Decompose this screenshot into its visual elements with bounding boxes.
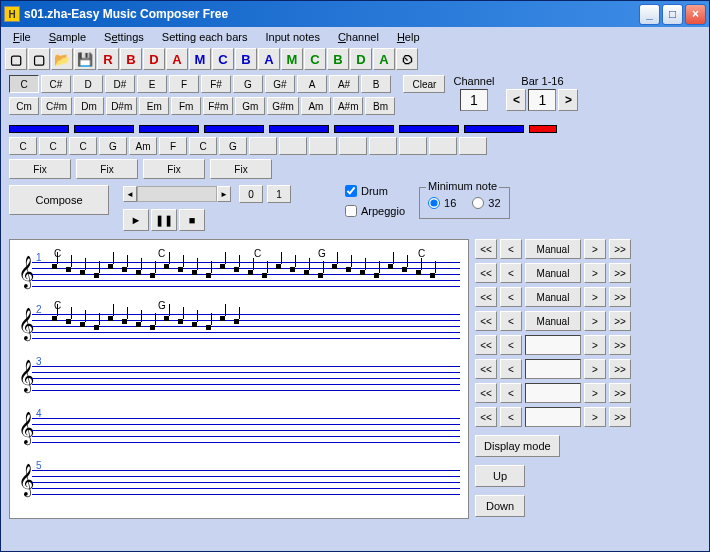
scroll-track[interactable] [137,186,217,202]
new-icon[interactable]: ▢ [5,48,27,70]
toolbar-letter-0[interactable]: R [97,48,119,70]
toolbar-letter-12[interactable]: A [373,48,395,70]
play-button[interactable]: ► [123,209,149,231]
manual-first-6[interactable]: << [475,383,497,403]
manual-select-2[interactable]: Manual [525,287,581,307]
seq-chord-7[interactable]: G [219,137,247,155]
chord-major-a[interactable]: A [297,75,327,93]
chord-major-f[interactable]: F [169,75,199,93]
manual-prev-5[interactable]: < [500,359,522,379]
toolbar-letter-2[interactable]: D [143,48,165,70]
chord-minor-em[interactable]: Em [139,97,169,115]
manual-select-4[interactable] [525,335,581,355]
chord-major-cs[interactable]: C# [41,75,71,93]
toolbar-letter-1[interactable]: B [120,48,142,70]
manual-next-4[interactable]: > [584,335,606,355]
fix-button-3[interactable]: Fix [210,159,272,179]
down-button[interactable]: Down [475,495,525,517]
manual-last-3[interactable]: >> [609,311,631,331]
chord-major-c[interactable]: C [9,75,39,93]
pause-button[interactable]: ❚❚ [151,209,177,231]
manual-last-0[interactable]: >> [609,239,631,259]
seq-chord-5[interactable]: F [159,137,187,155]
manual-next-7[interactable]: > [584,407,606,427]
manual-select-7[interactable] [525,407,581,427]
chord-major-ds[interactable]: D# [105,75,135,93]
chord-major-as[interactable]: A# [329,75,359,93]
seq-chord-6[interactable]: C [189,137,217,155]
chord-minor-fm[interactable]: Fm [171,97,201,115]
manual-first-5[interactable]: << [475,359,497,379]
save-icon[interactable]: 💾 [74,48,96,70]
seq-chord-3[interactable]: G [99,137,127,155]
menu-each-bars[interactable]: Setting each bars [154,29,256,45]
seq-chord-empty-4[interactable] [369,137,397,155]
manual-last-1[interactable]: >> [609,263,631,283]
manual-prev-7[interactable]: < [500,407,522,427]
menu-settings[interactable]: Settings [96,29,152,45]
chord-minor-asm[interactable]: A#m [333,97,364,115]
fix-button-1[interactable]: Fix [76,159,138,179]
maximize-button[interactable]: □ [662,4,683,25]
up-button[interactable]: Up [475,465,525,487]
seq-chord-4[interactable]: Am [129,137,157,155]
chord-major-b[interactable]: B [361,75,391,93]
clear-button[interactable]: Clear [403,75,445,93]
toolbar-letter-6[interactable]: B [235,48,257,70]
manual-last-4[interactable]: >> [609,335,631,355]
chord-minor-gsm[interactable]: G#m [267,97,299,115]
seq-chord-empty-3[interactable] [339,137,367,155]
chord-minor-fsm[interactable]: F#m [203,97,233,115]
manual-next-5[interactable]: > [584,359,606,379]
chord-minor-dm[interactable]: Dm [74,97,104,115]
manual-next-3[interactable]: > [584,311,606,331]
menu-input-notes[interactable]: Input notes [257,29,327,45]
manual-select-6[interactable] [525,383,581,403]
chord-minor-dsm[interactable]: D#m [106,97,137,115]
minimize-button[interactable]: _ [639,4,660,25]
drum-checkbox[interactable]: Drum [345,185,405,197]
toolbar-letter-8[interactable]: M [281,48,303,70]
fix-button-0[interactable]: Fix [9,159,71,179]
manual-first-7[interactable]: << [475,407,497,427]
seq-chord-2[interactable]: C [69,137,97,155]
manual-first-0[interactable]: << [475,239,497,259]
menu-file[interactable]: File [5,29,39,45]
toolbar-letter-3[interactable]: A [166,48,188,70]
toolbar-letter-10[interactable]: B [327,48,349,70]
chord-major-g[interactable]: G [233,75,263,93]
manual-prev-0[interactable]: < [500,239,522,259]
scroll-right-button[interactable]: ► [217,186,231,202]
manual-first-4[interactable]: << [475,335,497,355]
manual-prev-1[interactable]: < [500,263,522,283]
menu-channel[interactable]: Channel [330,29,387,45]
manual-last-7[interactable]: >> [609,407,631,427]
seq-chord-empty-6[interactable] [429,137,457,155]
chord-minor-bm[interactable]: Bm [365,97,395,115]
chord-major-d[interactable]: D [73,75,103,93]
radio-32[interactable]: 32 [472,197,500,209]
manual-prev-6[interactable]: < [500,383,522,403]
manual-select-5[interactable] [525,359,581,379]
close-button[interactable]: × [685,4,706,25]
seq-chord-empty-5[interactable] [399,137,427,155]
manual-next-0[interactable]: > [584,239,606,259]
manual-first-2[interactable]: << [475,287,497,307]
seq-chord-empty-2[interactable] [309,137,337,155]
arpeggio-checkbox[interactable]: Arpeggio [345,205,405,217]
manual-prev-2[interactable]: < [500,287,522,307]
stop-button[interactable]: ■ [179,209,205,231]
chord-minor-gm[interactable]: Gm [235,97,265,115]
manual-first-3[interactable]: << [475,311,497,331]
manual-last-2[interactable]: >> [609,287,631,307]
fix-button-2[interactable]: Fix [143,159,205,179]
manual-select-1[interactable]: Manual [525,263,581,283]
manual-next-6[interactable]: > [584,383,606,403]
chord-minor-am[interactable]: Am [301,97,331,115]
toolbar-letter-9[interactable]: C [304,48,326,70]
seq-chord-1[interactable]: C [39,137,67,155]
seq-chord-0[interactable]: C [9,137,37,155]
display-mode-button[interactable]: Display mode [475,435,560,457]
menu-sample[interactable]: Sample [41,29,94,45]
compose-button[interactable]: Compose [9,185,109,215]
